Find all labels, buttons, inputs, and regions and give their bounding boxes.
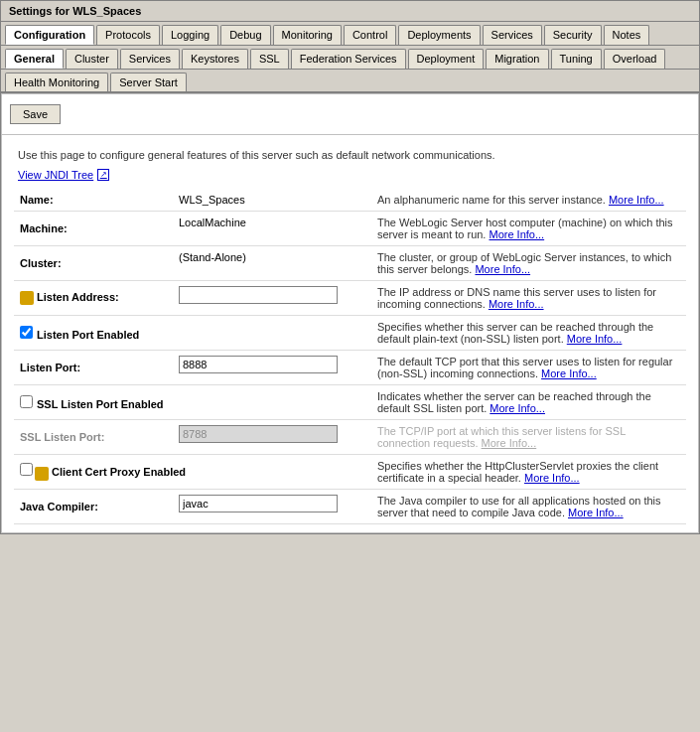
field-desc-9: The Java compiler to use for all applica… xyxy=(371,490,686,524)
jndi-tree-link[interactable]: View JNDI Tree ↗ xyxy=(14,165,686,189)
field-label-3: Listen Address: xyxy=(14,281,173,316)
more-link-7[interactable]: More Info... xyxy=(482,437,537,449)
tab-row1-deployments[interactable]: Deployments xyxy=(398,25,480,45)
field-desc-7: The TCP/IP port at which this server lis… xyxy=(371,420,686,455)
field-value-9 xyxy=(173,490,371,524)
tab-row1-control[interactable]: Control xyxy=(344,25,396,45)
tab-row3-health-monitoring[interactable]: Health Monitoring xyxy=(5,73,108,91)
field-value-3 xyxy=(173,281,371,316)
label-text-4: Listen Port Enabled xyxy=(37,329,139,341)
label-text-5: Listen Port: xyxy=(20,362,80,373)
label-text-7: SSL Listen Port: xyxy=(20,431,104,443)
field-desc-8: Specifies whether the HttpClusterServlet… xyxy=(371,455,686,490)
tab-row2-overload[interactable]: Overload xyxy=(604,49,666,69)
window-title: Settings for WLS_Spaces xyxy=(9,5,141,17)
table-row: Cluster:(Stand-Alone)The cluster, or gro… xyxy=(14,246,686,281)
table-row: Listen Address:The IP address or DNS nam… xyxy=(14,281,686,316)
tab-row2-federation-services[interactable]: Federation Services xyxy=(291,49,406,69)
field-value-7 xyxy=(173,420,371,455)
field-desc-2: The cluster, or group of WebLogic Server… xyxy=(371,246,686,281)
table-row: Machine:LocalMachineThe WebLogic Server … xyxy=(14,212,686,246)
field-label-1: Machine: xyxy=(14,212,173,246)
field-value-0: WLS_Spaces xyxy=(173,189,371,212)
tab-row2-deployment[interactable]: Deployment xyxy=(408,49,485,69)
label-text-9: Java Compiler: xyxy=(20,501,98,512)
table-row: Client Cert Proxy EnabledSpecifies wheth… xyxy=(14,455,686,490)
tab-row2-cluster[interactable]: Cluster xyxy=(66,49,118,69)
field-desc-0: An alphanumeric name for this server ins… xyxy=(371,189,686,212)
field-desc-3: The IP address or DNS name this server u… xyxy=(371,281,686,316)
field-label-0: Name: xyxy=(14,189,173,212)
field-label-4: Listen Port Enabled xyxy=(14,316,371,351)
tab-row2-keystores[interactable]: Keystores xyxy=(182,49,248,69)
tab-row2-tuning[interactable]: Tuning xyxy=(551,49,602,69)
tab-row2-ssl[interactable]: SSL xyxy=(250,49,289,69)
table-row: Name:WLS_SpacesAn alphanumeric name for … xyxy=(14,189,686,212)
save-button[interactable]: Save xyxy=(10,104,61,124)
tab-row1-notes[interactable]: Notes xyxy=(604,25,650,45)
content-area: Save Use this page to configure general … xyxy=(1,93,699,533)
table-row: SSL Listen Port:The TCP/IP port at which… xyxy=(14,420,686,455)
table-row: Listen Port EnabledSpecifies whether thi… xyxy=(14,316,686,351)
tab-row3-server-start[interactable]: Server Start xyxy=(110,73,187,91)
tab-row1-protocols[interactable]: Protocols xyxy=(96,25,160,45)
tab-row2-services[interactable]: Services xyxy=(120,49,180,69)
more-link-6[interactable]: More Info... xyxy=(490,402,545,414)
jndi-link-text: View JNDI Tree xyxy=(18,169,93,181)
label-text-3: Listen Address: xyxy=(37,291,119,303)
cert-icon-8 xyxy=(35,467,49,481)
page-description: Use this page to configure general featu… xyxy=(14,143,686,165)
input-field-disabled-7 xyxy=(179,425,338,443)
save-row: Save xyxy=(2,94,698,135)
more-link-5[interactable]: More Info... xyxy=(541,367,597,379)
tab-row1-configuration[interactable]: Configuration xyxy=(5,25,94,45)
value-text-0: WLS_Spaces xyxy=(179,194,245,206)
label-text-2: Cluster: xyxy=(20,257,62,269)
tab-row2-migration[interactable]: Migration xyxy=(486,49,548,69)
tab-row1-security[interactable]: Security xyxy=(544,25,602,45)
tab-row2-general[interactable]: General xyxy=(5,49,64,69)
label-text-1: Machine: xyxy=(20,222,68,234)
field-label-5: Listen Port: xyxy=(14,351,173,385)
input-field-3[interactable] xyxy=(179,286,338,304)
checkbox-icon-8[interactable] xyxy=(20,463,33,476)
field-label-2: Cluster: xyxy=(14,246,173,281)
field-value-5 xyxy=(173,351,371,385)
field-label-7: SSL Listen Port: xyxy=(14,420,173,455)
more-link-2[interactable]: More Info... xyxy=(475,263,530,275)
main-window: Settings for WLS_Spaces ConfigurationPro… xyxy=(0,0,700,534)
checkbox-6[interactable] xyxy=(20,395,33,408)
field-desc-6: Indicates whether the server can be reac… xyxy=(371,385,686,420)
checkbox-4[interactable] xyxy=(20,326,33,339)
input-field-9[interactable] xyxy=(179,495,338,512)
field-desc-1: The WebLogic Server host computer (machi… xyxy=(371,212,686,246)
field-desc-4: Specifies whether this server can be rea… xyxy=(371,316,686,351)
table-row: SSL Listen Port EnabledIndicates whether… xyxy=(14,385,686,420)
tab-row1-services[interactable]: Services xyxy=(483,25,542,45)
more-link-4[interactable]: More Info... xyxy=(567,333,623,345)
label-text-6: SSL Listen Port Enabled xyxy=(37,398,164,410)
more-link-3[interactable]: More Info... xyxy=(489,298,544,310)
tabs-row-1: ConfigurationProtocolsLoggingDebugMonito… xyxy=(1,22,699,46)
more-link-0[interactable]: More Info... xyxy=(609,194,664,206)
tab-row1-debug[interactable]: Debug xyxy=(220,25,270,45)
table-row: Listen Port:The default TCP port that th… xyxy=(14,351,686,385)
value-text-2: (Stand-Alone) xyxy=(179,251,246,263)
label-text-0: Name: xyxy=(20,194,54,206)
more-link-1[interactable]: More Info... xyxy=(490,228,545,240)
field-value-2: (Stand-Alone) xyxy=(173,246,371,281)
tabs-row-2: GeneralClusterServicesKeystoresSSLFedera… xyxy=(1,46,699,70)
external-link-icon: ↗ xyxy=(97,169,109,181)
more-link-8[interactable]: More Info... xyxy=(524,472,580,484)
input-field-5[interactable] xyxy=(179,356,338,373)
label-text-8: Client Cert Proxy Enabled xyxy=(52,466,186,478)
more-link-9[interactable]: More Info... xyxy=(568,507,624,518)
settings-table: Name:WLS_SpacesAn alphanumeric name for … xyxy=(14,189,686,524)
tab-row1-monitoring[interactable]: Monitoring xyxy=(273,25,342,45)
field-label-6: SSL Listen Port Enabled xyxy=(14,385,371,420)
field-desc-5: The default TCP port that this server us… xyxy=(371,351,686,385)
tab-row1-logging[interactable]: Logging xyxy=(162,25,218,45)
field-value-1: LocalMachine xyxy=(173,212,371,246)
table-row: Java Compiler:The Java compiler to use f… xyxy=(14,490,686,524)
title-bar: Settings for WLS_Spaces xyxy=(1,1,699,22)
